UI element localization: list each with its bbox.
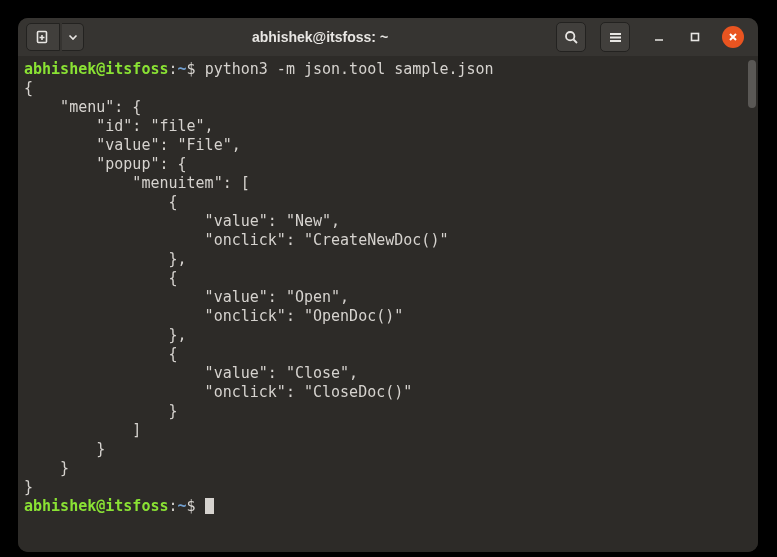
prompt-separator: :	[169, 497, 178, 515]
prompt-user-host: abhishek@itsfoss	[24, 60, 169, 78]
close-icon	[728, 32, 738, 42]
svg-point-1	[566, 32, 574, 40]
new-tab-icon	[35, 29, 51, 45]
prompt-path: ~	[178, 497, 187, 515]
prompt-separator: :	[169, 60, 178, 78]
window-controls	[650, 26, 744, 48]
prompt-symbol: $	[187, 497, 196, 515]
window-title: abhishek@itsfoss: ~	[88, 29, 552, 45]
terminal-body[interactable]: abhishek@itsfoss:~$ python3 -m json.tool…	[18, 56, 758, 552]
new-tab-button[interactable]	[26, 23, 60, 51]
terminal-window: abhishek@itsfoss: ~	[18, 18, 758, 552]
search-button[interactable]	[556, 22, 586, 52]
scrollbar-thumb[interactable]	[748, 60, 756, 108]
prompt-user-host: abhishek@itsfoss	[24, 497, 169, 515]
prompt-line-1: abhishek@itsfoss:~$ python3 -m json.tool…	[24, 60, 756, 79]
cursor	[205, 498, 214, 514]
minimize-icon	[653, 31, 665, 43]
chevron-down-icon	[68, 32, 78, 42]
titlebar-left-group	[26, 23, 84, 51]
prompt-line-2: abhishek@itsfoss:~$	[24, 497, 756, 516]
search-icon	[564, 30, 579, 45]
titlebar: abhishek@itsfoss: ~	[18, 18, 758, 56]
command-output: { "menu": { "id": "file", "value": "File…	[24, 79, 756, 497]
prompt-path: ~	[178, 60, 187, 78]
hamburger-menu-button[interactable]	[600, 22, 630, 52]
new-tab-dropdown-button[interactable]	[62, 23, 84, 51]
command-text: python3 -m json.tool sample.json	[196, 60, 494, 78]
maximize-icon	[689, 31, 701, 43]
svg-rect-2	[692, 34, 699, 41]
hamburger-icon	[608, 30, 623, 45]
titlebar-right-group	[556, 22, 750, 52]
minimize-button[interactable]	[650, 28, 668, 46]
close-button[interactable]	[722, 26, 744, 48]
prompt-symbol: $	[187, 60, 196, 78]
maximize-button[interactable]	[686, 28, 704, 46]
